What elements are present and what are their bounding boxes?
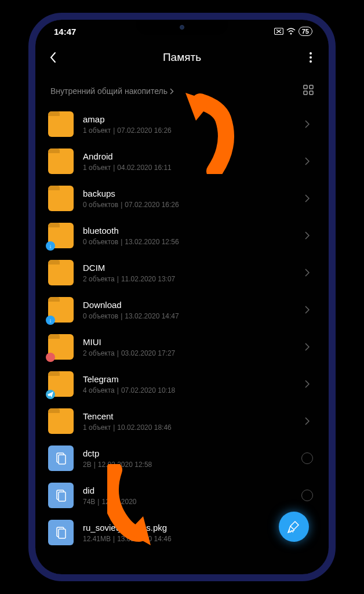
back-button[interactable]: [43, 52, 63, 63]
file-meta: 1 объект|04.02.2020 16:11: [83, 164, 290, 172]
svg-point-2: [310, 52, 312, 55]
radio-icon: [301, 452, 313, 464]
folder-icon: [48, 186, 74, 211]
chevron-right-icon: [305, 380, 310, 388]
row-chevron: [300, 231, 315, 240]
chevron-right-icon: [170, 88, 174, 95]
camera: [180, 25, 184, 30]
folder-row[interactable]: ↓bluetooth0 объектов|13.02.2020 12:56: [35, 217, 329, 254]
svg-rect-6: [310, 85, 313, 89]
file-name: backups: [83, 189, 290, 198]
svg-point-3: [310, 56, 312, 59]
svg-rect-14: [59, 529, 65, 538]
select-radio[interactable]: [300, 452, 315, 464]
breadcrumb[interactable]: Внутренний общий накопитель: [50, 86, 174, 96]
folder-row[interactable]: MIUI2 объекта|03.02.2020 17:27: [35, 328, 329, 365]
file-name: ru_soviet_movies.pkg: [83, 523, 290, 533]
file-info: did74B|12.02.2020: [83, 486, 290, 506]
chevron-right-icon: [305, 120, 310, 128]
chevron-right-icon: [305, 157, 310, 165]
folder-badge: [46, 390, 55, 399]
row-chevron: [300, 269, 315, 277]
document-icon: [54, 526, 68, 539]
chevron-right-icon: [305, 417, 310, 425]
file-meta: 0 объектов|13.02.2020 12:56: [83, 238, 290, 246]
file-name: did: [83, 486, 290, 495]
breadcrumb-row: Внутренний общий накопитель: [35, 72, 329, 106]
wifi-icon: [286, 28, 296, 35]
row-chevron: [300, 343, 315, 351]
select-radio[interactable]: [300, 490, 315, 501]
chevron-right-icon: [305, 343, 310, 351]
file-name: Download: [83, 300, 290, 310]
file-info: Tencent1 объект|10.02.2020 18:46: [83, 411, 290, 432]
file-info: Android1 объект|04.02.2020 16:11: [83, 151, 290, 172]
clean-fab[interactable]: [279, 512, 309, 542]
file-meta: 4 объекта|07.02.2020 10:18: [83, 386, 290, 394]
folder-icon: ↓: [48, 223, 74, 248]
file-meta: 1 объект|07.02.2020 16:26: [83, 126, 290, 135]
battery-indicator: 75: [299, 27, 312, 36]
status-time: 14:47: [54, 27, 76, 37]
svg-rect-5: [304, 85, 307, 89]
file-name: Android: [83, 151, 290, 161]
folder-row[interactable]: amap1 объект|07.02.2020 16:26: [35, 106, 329, 143]
view-grid-button[interactable]: [303, 85, 314, 97]
status-icons: 75: [274, 27, 312, 36]
file-icon: [48, 483, 74, 508]
folder-row[interactable]: Telegram4 объекта|07.02.2020 10:18: [35, 365, 329, 403]
file-list[interactable]: amap1 объект|07.02.2020 16:26Android1 об…: [35, 106, 329, 551]
folder-badge: [46, 353, 55, 362]
document-icon: [54, 488, 68, 502]
file-icon: [48, 446, 74, 471]
page-title: Память: [63, 51, 301, 64]
phone-frame: 14:47 75 Память Внутренний общий накопит…: [28, 13, 336, 581]
file-info: backups0 объектов|07.02.2020 16:26: [83, 189, 290, 209]
folder-badge: ↓: [46, 316, 55, 325]
more-menu-button[interactable]: [301, 52, 321, 63]
folder-row[interactable]: ↓Download0 объектов|13.02.2020 14:47: [35, 291, 329, 328]
row-chevron: [300, 417, 315, 425]
file-info: Telegram4 объекта|07.02.2020 10:18: [83, 374, 290, 394]
file-name: amap: [83, 114, 290, 124]
folder-row[interactable]: DCIM2 объекта|11.02.2020 13:07: [35, 254, 329, 291]
no-sim-icon: [274, 28, 283, 35]
file-name: DCIM: [83, 263, 290, 273]
folder-icon: [48, 111, 74, 137]
side-button: [330, 182, 332, 217]
file-name: bluetooth: [83, 226, 290, 236]
row-chevron: [300, 306, 315, 314]
folder-row[interactable]: Tencent1 объект|10.02.2020 18:46: [35, 403, 329, 440]
notch: [136, 20, 228, 35]
folder-row[interactable]: backups0 объектов|07.02.2020 16:26: [35, 180, 329, 217]
file-name: Tencent: [83, 411, 290, 421]
file-meta: 0 объектов|07.02.2020 16:26: [83, 201, 290, 209]
row-chevron: [300, 380, 315, 388]
file-info: DCIM2 объекта|11.02.2020 13:07: [83, 263, 290, 283]
folder-icon: [48, 408, 74, 434]
file-row[interactable]: did74B|12.02.2020: [35, 477, 329, 514]
file-meta: 0 объектов|13.02.2020 14:47: [83, 312, 290, 320]
folder-icon: ↓: [48, 297, 74, 323]
chevron-right-icon: [305, 231, 310, 240]
file-meta: 2 объекта|11.02.2020 13:07: [83, 275, 290, 283]
radio-icon: [301, 490, 313, 501]
folder-icon: [48, 260, 74, 285]
svg-rect-7: [304, 91, 307, 95]
file-meta: 74B|12.02.2020: [83, 498, 290, 506]
chevron-right-icon: [305, 269, 310, 277]
folder-icon: [48, 371, 74, 397]
breadcrumb-label: Внутренний общий накопитель: [50, 86, 168, 96]
svg-rect-12: [59, 492, 65, 501]
screen: 14:47 75 Память Внутренний общий накопит…: [35, 20, 329, 574]
row-chevron: [300, 120, 315, 128]
chevron-right-icon: [305, 194, 310, 202]
battery-level: 75: [302, 28, 309, 35]
folder-row[interactable]: Android1 объект|04.02.2020 16:11: [35, 143, 329, 180]
file-row[interactable]: dctp2B|12.02.2020 12:58: [35, 440, 329, 477]
row-chevron: [300, 194, 315, 202]
file-info: ru_soviet_movies.pkg12.41MB|13.02.2020 1…: [83, 523, 290, 543]
row-chevron: [300, 157, 315, 165]
file-info: amap1 объект|07.02.2020 16:26: [83, 114, 290, 135]
chevron-right-icon: [305, 306, 310, 314]
